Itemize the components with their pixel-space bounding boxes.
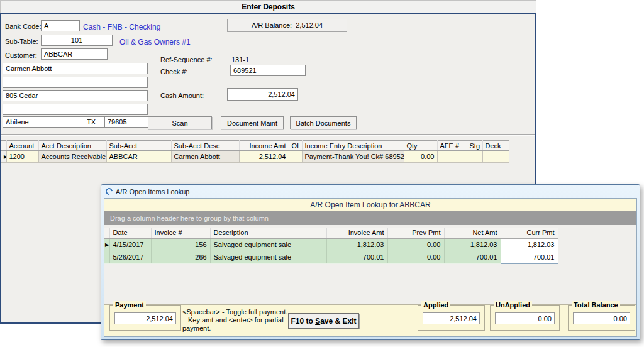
unapplied-input[interactable]: [495, 312, 555, 324]
sub-table-input[interactable]: [41, 35, 113, 46]
cell-net-amt[interactable]: 700.01: [444, 251, 501, 263]
bank-code-label: Bank Code:: [5, 23, 41, 30]
cell-afe[interactable]: [437, 151, 467, 163]
customer-name-input[interactable]: [3, 63, 148, 74]
grid-selector-header: [1, 141, 6, 151]
address-line4-input[interactable]: [3, 104, 148, 115]
ref-sequence-value: 131-1: [231, 56, 249, 63]
grid-col-qty: Qty: [404, 141, 437, 151]
dialog-divider: [104, 285, 636, 285]
cell-prev-pmt[interactable]: 0.00: [387, 251, 444, 263]
lookup-col-date[interactable]: Date: [109, 228, 151, 238]
check-number-label: Check #:: [160, 68, 187, 75]
deposit-grid: Account Acct Description Sub-Acct Sub-Ac…: [1, 140, 533, 163]
cell-description[interactable]: Salvaged equipment sale: [210, 251, 326, 263]
cell-description[interactable]: Salvaged equipment sale: [210, 238, 326, 251]
deposit-grid-header: Account Acct Description Sub-Acct Sub-Ac…: [1, 141, 533, 151]
deposit-grid-row[interactable]: ▶ 1200 Accounts Receivable - ABBCAR Carm…: [1, 151, 533, 163]
lookup-col-description[interactable]: Description: [210, 228, 326, 238]
address-input[interactable]: [3, 90, 148, 101]
document-maint-button[interactable]: Document Maint: [221, 116, 284, 129]
cell-income-entry-description: Payment-Thank You! Ck# 689521: [302, 151, 404, 163]
cell-sub-acct-desc: Carmen Abbott: [171, 151, 239, 163]
unapplied-groupbox: UnApplied: [490, 305, 560, 331]
customer-input[interactable]: [41, 48, 108, 60]
lookup-col-invoice-amt[interactable]: Invoice Amt: [326, 228, 387, 238]
cash-amount-label: Cash Amount:: [160, 92, 204, 99]
open-item-row[interactable]: ▶ 4/15/2017 156 Salvaged equipment sale …: [104, 238, 637, 251]
total-balance-input[interactable]: [573, 312, 630, 324]
grid-col-income-amt: Income Amt: [239, 141, 289, 151]
cell-date[interactable]: 4/15/2017: [109, 238, 151, 251]
hint-line-2: Key amt and <enter> for partial: [182, 316, 296, 324]
group-by-bar[interactable]: Drag a column header here to group by th…: [104, 211, 636, 225]
cell-deck[interactable]: [482, 151, 509, 163]
dialog-client-area: A/R Open Item Lookup for ABBCAR Drag a c…: [104, 198, 637, 337]
address-line2-input[interactable]: [3, 77, 148, 88]
cell-net-amt[interactable]: 1,812.03: [444, 238, 501, 251]
cell-income-amt[interactable]: 2,512.04: [239, 151, 289, 163]
grid-row-filler: [509, 151, 533, 163]
cell-acct-description: Accounts Receivable -: [38, 151, 106, 163]
dialog-title: A/R Open Items Lookup: [116, 188, 189, 196]
bank-code-description: Cash - FNB - Checking: [83, 23, 160, 31]
grid-col-deck: Deck: [482, 141, 509, 151]
grid-col-oi: OI: [289, 141, 302, 151]
hint-line-3: payment.: [182, 324, 296, 333]
cell-invoice[interactable]: 266: [151, 251, 210, 263]
lookup-col-invoice[interactable]: Invoice #: [151, 228, 210, 238]
grid-header-filler: [509, 141, 533, 151]
lookup-col-prev-pmt[interactable]: Prev Pmt: [387, 228, 444, 238]
cell-invoice-amt[interactable]: 1,812.03: [326, 238, 387, 251]
payment-hint: <Spacebar> - Toggle full payment. Key am…: [182, 308, 296, 333]
customer-label: Customer:: [5, 52, 37, 59]
open-items-header: Date Invoice # Description Invoice Amt P…: [104, 228, 637, 238]
cell-sub-acct[interactable]: ABBCAR: [106, 151, 171, 163]
save-button-accelerator: S: [315, 317, 320, 326]
window-title: Enter Deposits: [242, 3, 295, 11]
payment-input[interactable]: [114, 312, 176, 324]
check-number-input[interactable]: [230, 65, 306, 76]
cell-account[interactable]: 1200: [6, 151, 38, 163]
cell-invoice-amt[interactable]: 700.01: [326, 251, 387, 263]
row-selector-cell: [104, 251, 109, 263]
ref-sequence-label: Ref-Sequence #:: [160, 56, 213, 63]
grid-col-income-entry-description: Income Entry Description: [302, 141, 404, 151]
grid-col-account: Account: [6, 141, 38, 151]
lookup-col-net-amt[interactable]: Net Amt: [444, 228, 501, 238]
lookup-row-filler: [558, 238, 637, 251]
lookup-header-filler: [558, 228, 637, 238]
cell-date[interactable]: 5/26/2017: [109, 251, 151, 263]
ar-balance-value: 2,512.04: [296, 21, 323, 29]
zip-input[interactable]: [104, 116, 148, 128]
dialog-titlebar[interactable]: A/R Open Items Lookup: [101, 185, 640, 198]
total-balance-groupbox: Total Balance: [568, 305, 635, 331]
screen: Enter Deposits Bank Code: Cash - FNB - C…: [0, 0, 644, 347]
cell-curr-pmt[interactable]: 1,812.03: [501, 238, 558, 251]
city-input[interactable]: [3, 116, 84, 128]
grid-col-afe: AFE #: [437, 141, 467, 151]
window-titlebar: Enter Deposits: [0, 0, 536, 13]
cell-stg[interactable]: [467, 151, 482, 163]
open-item-row[interactable]: 5/26/2017 266 Salvaged equipment sale 70…: [104, 251, 637, 263]
batch-documents-button[interactable]: Batch Documents: [290, 116, 357, 129]
lookup-col-curr-pmt[interactable]: Curr Pmt: [501, 228, 558, 238]
cell-oi[interactable]: [289, 151, 302, 163]
cash-amount-input[interactable]: [227, 88, 298, 101]
bank-code-input[interactable]: [41, 20, 80, 31]
cell-prev-pmt[interactable]: 0.00: [387, 238, 444, 251]
payment-label: Payment: [113, 301, 146, 309]
applied-input[interactable]: [423, 312, 480, 324]
total-balance-label: Total Balance: [572, 301, 620, 309]
dialog-footer: Payment <Spacebar> - Toggle full payment…: [104, 304, 636, 336]
ar-open-items-dialog: A/R Open Items Lookup A/R Open Item Look…: [101, 184, 640, 340]
cell-curr-pmt[interactable]: 700.01: [501, 251, 558, 263]
row-selector-icon: ▶: [104, 238, 109, 251]
cell-qty[interactable]: 0.00: [404, 151, 437, 163]
cell-invoice[interactable]: 156: [151, 238, 210, 251]
save-button-text: F10 to: [291, 317, 315, 326]
state-input[interactable]: [84, 116, 105, 128]
scan-button[interactable]: Scan: [148, 116, 212, 129]
payment-groupbox: Payment: [109, 305, 181, 331]
f10-save-exit-button[interactable]: F10 to Save & Exit: [288, 313, 359, 329]
